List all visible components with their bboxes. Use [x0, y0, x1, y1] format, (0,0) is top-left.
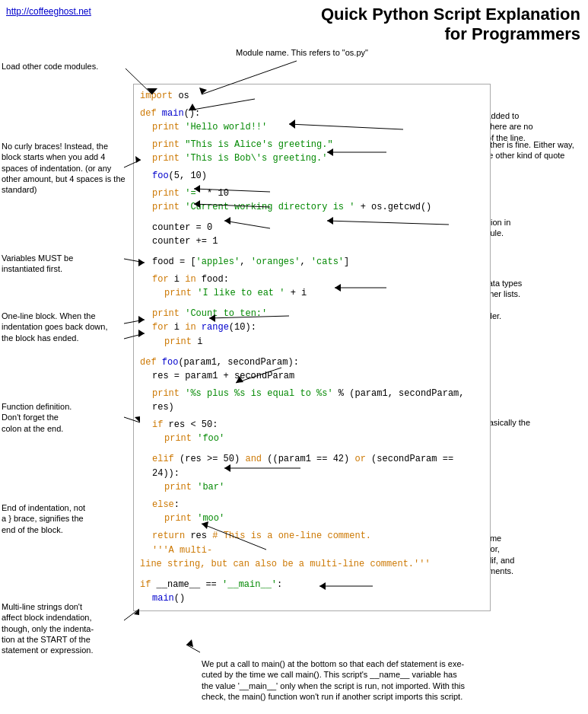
site-url[interactable]: http://coffeeghost.net: [6, 6, 91, 17]
svg-marker-43: [186, 639, 193, 647]
annotation-call-main: We put a call to main() at the bottom so…: [202, 658, 582, 702]
annotation-function-def: Function definition.Don't forget thecolo…: [2, 401, 126, 434]
annotation-variables-must: Variables MUST beinstantiated first.: [2, 253, 126, 275]
annotation-multiline-str: Multi-line strings don'taffect block ind…: [2, 601, 126, 655]
annotation-no-curly: No curly braces! Instead, the block star…: [2, 141, 126, 195]
annotation-one-line-block: One-line block. When theindentation goes…: [2, 311, 126, 343]
code-box: import os def main(): print 'Hello world…: [133, 84, 491, 611]
annotation-module-name: Module name. This refers to "os.py": [236, 47, 388, 58]
page-title: Quick Python Script Explanation for Prog…: [261, 5, 580, 45]
svg-line-42: [186, 645, 200, 652]
annotation-load-modules: Load other code modules.: [2, 61, 127, 72]
annotation-end-indentation: End of indentation, nota } brace, signif…: [2, 502, 126, 535]
